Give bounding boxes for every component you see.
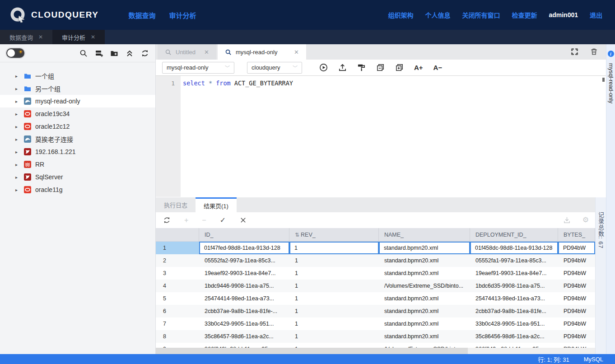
cell-name[interactable]: standard.bpmn20.xml [379, 317, 470, 330]
cell-name[interactable]: standard.bpmn20.xml [379, 305, 470, 317]
nav-link-check-update[interactable]: 检查更新 [512, 10, 537, 19]
column-header-id[interactable]: ID_ [199, 228, 289, 241]
connection-select[interactable]: mysql-read-only ﹀ [162, 62, 234, 74]
trash-icon[interactable] [590, 48, 598, 56]
editor-tab-untitled[interactable]: Untitled ✕ [158, 44, 216, 60]
cell-name[interactable]: standard.bpmn20.xml [379, 292, 470, 305]
database-select[interactable]: cloudquery ﹀ [247, 62, 302, 74]
column-header-name[interactable]: NAME_ [379, 228, 470, 241]
cell-rev[interactable]: 1 [289, 254, 379, 267]
table-row[interactable]: 1 01f47fed-98d8-11ea-913d-128 1 standard… [156, 242, 595, 254]
tree-item-mysql-connection[interactable]: ▸ 莫挨老子连接 [0, 133, 155, 145]
row-number-cell[interactable]: 1 [156, 242, 199, 254]
cell-bytes[interactable]: PD94bW [558, 317, 595, 330]
cell-name[interactable]: /Volumes/Extreme_SSD/binto... [379, 343, 470, 348]
collapse-window-icon[interactable] [376, 63, 385, 72]
cell-rev[interactable]: 1 [289, 305, 379, 317]
close-icon[interactable]: ✕ [91, 34, 95, 40]
search-icon[interactable] [79, 49, 88, 57]
tree-item-oracle12c12[interactable]: ▸ oracle12c12 [0, 120, 155, 133]
cell-name[interactable]: standard.bpmn20.xml [379, 254, 470, 267]
cell-rev[interactable]: 1 [289, 330, 379, 343]
download-icon[interactable] [563, 216, 571, 224]
cell-id[interactable]: 01f47fed-98d8-11ea-913d-128 [199, 242, 289, 254]
nav-link-close-all-windows[interactable]: 关闭所有窗口 [462, 10, 500, 19]
close-icon[interactable]: ✕ [294, 49, 299, 56]
table-row[interactable]: 6 2cbb37ae-9a8b-11ea-81fe-... 1 standard… [156, 305, 595, 317]
table-row[interactable]: 5 25474414-98ed-11ea-a73... 1 standard.b… [156, 292, 595, 305]
cell-bytes[interactable]: PD94bW [558, 343, 595, 348]
tree-item-192-168-1-221[interactable]: ▸ 192.168.1.221 [0, 145, 155, 158]
nav-link-logout[interactable]: 退出 [590, 10, 602, 19]
tree-item-group-2[interactable]: ▸ 另一个组 [0, 82, 155, 95]
cell-bytes[interactable]: PD94bW [558, 292, 595, 305]
row-number-cell[interactable]: 4 [156, 280, 199, 292]
tree-item-group-1[interactable]: ▸ 一个组 [0, 70, 155, 82]
row-number-cell[interactable]: 5 [156, 292, 199, 305]
cell-rev[interactable]: 1 [289, 267, 379, 280]
tree-item-sqlserver[interactable]: ▸ SqlServer [0, 171, 155, 183]
tree-item-mysql-read-only[interactable]: ▸ mysql-read-only [0, 95, 155, 107]
nav-item-data-query[interactable]: 数据查询 [128, 10, 155, 20]
cell-bytes[interactable]: PD94bW [558, 242, 595, 254]
row-number-cell[interactable]: 8 [156, 330, 199, 343]
font-decrease-icon[interactable]: A− [433, 64, 443, 71]
cell-deployment-id[interactable]: 19eaef91-9903-11ea-84e7... [470, 267, 558, 280]
caret-icon[interactable]: ▸ [15, 187, 20, 192]
row-number-cell[interactable]: 2 [156, 254, 199, 267]
cell-id[interactable]: 1bdc9446-9908-11ea-a75... [199, 280, 289, 292]
theme-toggle[interactable]: ☀ [6, 48, 24, 58]
table-row[interactable]: 9 366f949b-98dd-11ea-a95... 1 /Volumes/E… [156, 343, 595, 348]
window-tab-data-query[interactable]: 数据查询 ✕ [0, 30, 52, 44]
cell-id[interactable]: 35c86457-98d6-11ea-a2c... [199, 330, 289, 343]
refresh-icon[interactable] [141, 49, 149, 57]
tree-item-rr[interactable]: ▸ RR [0, 158, 155, 171]
expand-window-icon[interactable] [395, 63, 404, 72]
caret-icon[interactable]: ▸ [15, 137, 20, 142]
cell-deployment-id[interactable]: 05552fa1-997a-11ea-85c3... [470, 254, 558, 267]
cell-deployment-id[interactable]: 01f458dc-98d8-11ea-913d-128 [470, 242, 558, 254]
caret-icon[interactable]: ▸ [15, 149, 20, 154]
tree-item-oracle11g[interactable]: ▸ oracle11g [0, 183, 155, 196]
cell-deployment-id[interactable]: 1bdc6d35-9908-11ea-a75... [470, 280, 558, 292]
table-row[interactable]: 3 19eaef92-9903-11ea-84e7... 1 standard.… [156, 267, 595, 280]
cell-rev[interactable]: 1 [289, 317, 379, 330]
cell-bytes[interactable]: PD94bW [558, 305, 595, 317]
cell-rev[interactable]: 1 [289, 292, 379, 305]
column-header-bytes[interactable]: BYTES_ [558, 228, 595, 241]
table-row[interactable]: 2 05552fa2-997a-11ea-85c3... 1 standard.… [156, 254, 595, 267]
sql-editor[interactable]: 1 select * from ACT_GE_BYTEARRAY [156, 76, 606, 197]
info-icon[interactable]: i [608, 51, 614, 57]
table-row[interactable]: 8 35c86457-98d6-11ea-a2c... 1 standard.b… [156, 330, 595, 343]
cell-bytes[interactable]: PD94bW [558, 330, 595, 343]
window-tab-audit-analysis[interactable]: 审计分析 ✕ [52, 30, 105, 44]
cell-id[interactable]: 19eaef92-9903-11ea-84e7... [199, 267, 289, 280]
caret-icon[interactable]: ▸ [15, 86, 20, 91]
commit-icon[interactable]: ✓ [220, 217, 226, 224]
caret-icon[interactable]: ▸ [15, 99, 20, 104]
cell-name[interactable]: standard.bpmn20.xml [379, 242, 470, 254]
add-connection-icon[interactable] [95, 49, 103, 57]
cell-rev[interactable]: 1 [289, 280, 379, 292]
fullscreen-icon[interactable] [571, 48, 578, 56]
tab-execution-log[interactable]: 执行日志 [156, 197, 196, 212]
cell-bytes[interactable]: PD94bW [558, 254, 595, 267]
cell-id[interactable]: 05552fa2-997a-11ea-85c3... [199, 254, 289, 267]
table-row[interactable]: 7 33b0c429-9905-11ea-951... 1 standard.b… [156, 317, 595, 330]
cell-id[interactable]: 33b0c429-9905-11ea-951... [199, 317, 289, 330]
nav-item-audit-analysis[interactable]: 审计分析 [169, 10, 196, 20]
table-row[interactable]: 4 1bdc9446-9908-11ea-a75... 1 /Volumes/E… [156, 280, 595, 292]
cell-name[interactable]: standard.bpmn20.xml [379, 330, 470, 343]
cell-name[interactable]: /Volumes/Extreme_SSD/binto... [379, 280, 470, 292]
collapse-all-icon[interactable] [126, 49, 134, 57]
caret-icon[interactable]: ▸ [15, 112, 20, 117]
column-header-deployment-id[interactable]: DEPLOYMENT_ID_ [470, 228, 558, 241]
close-icon[interactable]: ✕ [204, 49, 209, 56]
username-label[interactable]: admin001 [549, 11, 578, 19]
cell-name[interactable]: standard.bpmn20.xml [379, 267, 470, 280]
font-increase-icon[interactable]: A+ [414, 64, 423, 71]
caret-icon[interactable]: ▸ [15, 124, 20, 129]
rollback-icon[interactable] [239, 216, 247, 224]
editor-scrollbar-thumb[interactable] [602, 78, 605, 82]
cell-bytes[interactable]: PD94bW [558, 267, 595, 280]
